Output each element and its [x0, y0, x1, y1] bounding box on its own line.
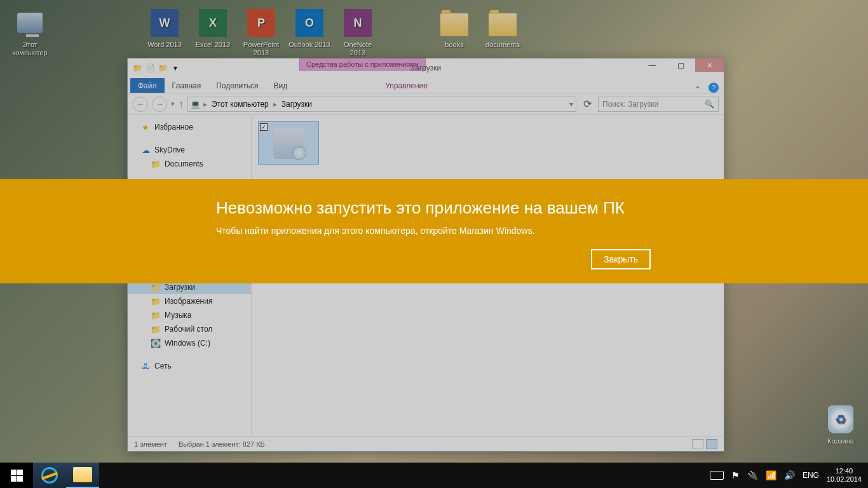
up-button[interactable]: ↑ — [179, 98, 184, 110]
nav-favorites[interactable]: ★Избранное — [128, 120, 251, 134]
volume-icon[interactable]: 🔊 — [784, 470, 795, 480]
nav-skydrive[interactable]: ☁SkyDrive — [128, 143, 251, 157]
desktop-icon-documents[interactable]: documents — [480, 8, 525, 49]
folder-icon: 📁 — [151, 296, 161, 306]
status-selection: Выбран 1 элемент: 827 КБ — [179, 440, 265, 448]
folder-icon — [73, 467, 92, 482]
desktop-icon-label: Word 2013 — [142, 41, 187, 49]
tab-file[interactable]: Файл — [130, 78, 165, 93]
new-folder-icon[interactable]: 📁 — [157, 62, 168, 74]
recycle-bin-icon — [828, 405, 853, 433]
tab-view[interactable]: Вид — [266, 78, 295, 93]
breadcrumb-separator: ▸ — [201, 100, 209, 109]
nav-desktop[interactable]: 📁Рабочий стол — [128, 322, 251, 336]
back-button[interactable]: ← — [133, 97, 148, 112]
desktop-icon-label: Outlook 2013 — [287, 41, 332, 49]
desktop-icon-outlook[interactable]: O Outlook 2013 — [287, 8, 332, 49]
quick-access-toolbar: 📁 📄 📁 ▾ — [128, 62, 185, 74]
error-message: Чтобы найти приложения для этого компьют… — [216, 226, 652, 236]
folder-icon: 📁 — [151, 159, 161, 169]
language-indicator[interactable]: ENG — [803, 471, 819, 480]
minimize-button[interactable]: — — [638, 58, 667, 72]
computer-icon — [17, 13, 43, 33]
nav-drive-c[interactable]: 💽Windows (C:) — [128, 336, 251, 350]
breadcrumb-segment[interactable]: Загрузки — [280, 98, 313, 110]
start-button[interactable] — [0, 463, 33, 488]
network-icon[interactable]: 📶 — [766, 470, 776, 480]
breadcrumb-segment[interactable]: Этот компьютер — [210, 98, 270, 110]
taskbar-file-explorer[interactable] — [66, 463, 99, 488]
network-icon: 🖧 — [140, 361, 151, 371]
desktop-icon-label: documents — [480, 41, 525, 49]
recent-locations-icon[interactable]: ▾ — [171, 100, 175, 108]
taskbar: ⚑ 🔌 📶 🔊 ENG 12:40 10.02.2014 — [0, 463, 868, 488]
status-item-count: 1 элемент — [134, 440, 167, 448]
search-input[interactable]: Поиск: Загрузки 🔍 — [598, 97, 719, 112]
checkbox-checked-icon[interactable]: ✓ — [260, 123, 268, 131]
folder-icon — [489, 13, 517, 36]
forward-button[interactable]: → — [152, 97, 167, 112]
status-bar: 1 элемент Выбран 1 элемент: 827 КБ — [128, 436, 724, 451]
folder-icon: 📁 — [151, 310, 161, 320]
desktop-icon-label: OneNote 2013 — [336, 41, 380, 57]
view-details-button[interactable] — [692, 439, 703, 449]
desktop-icon-powerpoint[interactable]: P PowerPoint 2013 — [239, 8, 283, 57]
tab-manage[interactable]: Управление — [377, 78, 435, 93]
file-item-installer[interactable]: ✓ — [258, 121, 319, 165]
desktop-icon-onenote[interactable]: N OneNote 2013 — [336, 8, 380, 57]
flag-icon[interactable]: ⚑ — [731, 470, 740, 480]
power-icon[interactable]: 🔌 — [747, 470, 758, 480]
desktop-icon-label: Excel 2013 — [191, 41, 235, 49]
desktop-icon-books[interactable]: books — [432, 8, 477, 49]
refresh-button[interactable]: ⟳ — [580, 97, 594, 111]
tab-share[interactable]: Поделиться — [208, 78, 266, 93]
ie-icon — [41, 467, 58, 484]
cloud-icon: ☁ — [140, 145, 151, 155]
address-bar: ← → ▾ ↑ 💻 ▸ Этот компьютер ▸ Загрузки ▾ … — [128, 93, 724, 115]
address-input[interactable]: 💻 ▸ Этот компьютер ▸ Загрузки ▾ — [187, 97, 576, 112]
drive-icon: 💽 — [151, 338, 161, 348]
close-button[interactable]: Закрыть — [591, 249, 651, 269]
ribbon-tabs: Файл Главная Поделиться Вид Управление ⌄… — [128, 78, 724, 93]
view-icons-button[interactable] — [706, 439, 717, 449]
ribbon-expand-icon[interactable]: ⌄ — [689, 79, 706, 93]
tab-home[interactable]: Главная — [165, 78, 209, 93]
chevron-down-icon[interactable]: ▾ — [170, 62, 181, 74]
error-banner: Невозможно запустить это приложение на в… — [0, 179, 868, 283]
close-button[interactable]: ✕ — [695, 58, 724, 72]
installer-icon — [273, 128, 304, 159]
windows-logo-icon — [11, 470, 23, 482]
contextual-tab-label: Средства работы с приложениями — [299, 58, 426, 71]
window-title: Загрузки — [128, 64, 724, 72]
chevron-down-icon[interactable]: ▾ — [569, 100, 573, 109]
nav-music[interactable]: 📁Музыка — [128, 308, 251, 322]
onenote-icon: N — [344, 9, 372, 37]
nav-pictures[interactable]: 📁Изображения — [128, 294, 251, 308]
folder-icon — [440, 13, 468, 36]
nav-network[interactable]: 🖧Сеть — [128, 359, 251, 373]
clock-date: 10.02.2014 — [827, 475, 862, 484]
breadcrumb-separator: ▸ — [271, 100, 279, 109]
star-icon: ★ — [140, 122, 151, 132]
desktop-icon-this-pc[interactable]: Этот компьютер — [8, 8, 52, 57]
desktop-icon-word[interactable]: W Word 2013 — [142, 8, 187, 49]
clock[interactable]: 12:40 10.02.2014 — [827, 467, 862, 484]
search-icon: 🔍 — [705, 100, 714, 109]
desktop-icon-label: Корзина — [818, 437, 863, 445]
nav-skydrive-documents[interactable]: 📁Documents — [128, 157, 251, 171]
desktop-icon-excel[interactable]: X Excel 2013 — [191, 8, 235, 49]
taskbar-ie[interactable] — [33, 463, 66, 488]
help-icon[interactable]: ? — [709, 83, 719, 93]
excel-icon: X — [199, 9, 227, 37]
properties-icon[interactable]: 📄 — [144, 62, 156, 74]
word-icon: W — [151, 9, 179, 37]
titlebar[interactable]: 📁 📄 📁 ▾ Средства работы с приложениями З… — [128, 58, 724, 78]
error-title: Невозможно запустить это приложение на в… — [216, 198, 652, 218]
folder-icon: 📁 — [151, 282, 161, 292]
touch-keyboard-icon[interactable] — [710, 471, 724, 480]
desktop-icon-recycle-bin[interactable]: Корзина — [818, 404, 863, 445]
maximize-button[interactable]: ▢ — [667, 58, 695, 72]
computer-icon: 💻 — [191, 100, 200, 109]
outlook-icon: O — [295, 9, 323, 37]
folder-icon[interactable]: 📁 — [132, 62, 143, 74]
